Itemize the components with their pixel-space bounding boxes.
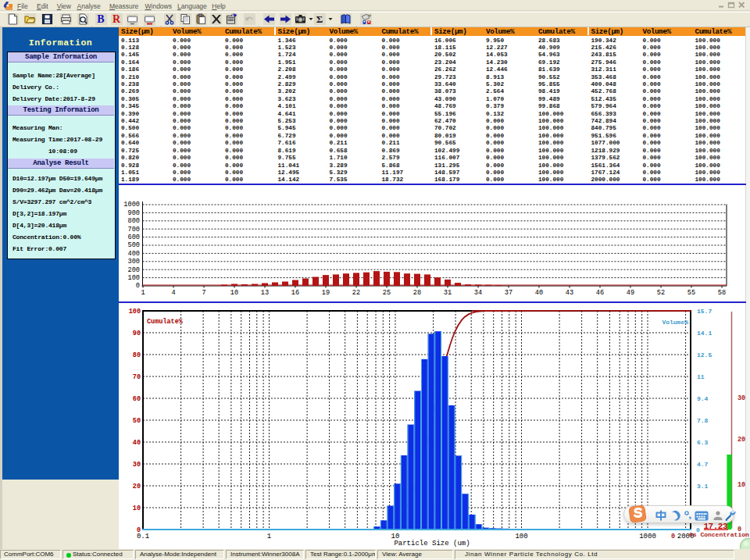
svg-text:10: 10: [230, 289, 238, 297]
svg-text:1000: 1000: [123, 201, 140, 209]
svg-text:800: 800: [128, 217, 140, 225]
svg-text:20: 20: [133, 483, 141, 490]
svg-text:60: 60: [133, 395, 141, 403]
svg-text:R: R: [112, 13, 121, 25]
svg-text:4.7: 4.7: [697, 461, 709, 468]
svg-text:0: 0: [671, 533, 675, 540]
svg-text:1000: 1000: [639, 533, 656, 540]
svg-text:10: 10: [133, 505, 141, 512]
svg-text:37: 37: [505, 289, 512, 297]
svg-text:9.4: 9.4: [697, 395, 709, 402]
svg-text:900: 900: [128, 209, 140, 217]
svg-text:200: 200: [128, 266, 140, 274]
svg-text:100: 100: [129, 308, 141, 316]
svg-text:100: 100: [515, 533, 527, 540]
svg-text:10: 10: [738, 481, 745, 489]
svg-text:22: 22: [352, 289, 360, 297]
svg-text:Volume%: Volume%: [662, 319, 688, 326]
svg-text:34: 34: [474, 289, 482, 297]
svg-text:12.5: 12.5: [697, 351, 712, 358]
svg-text:Σ: Σ: [316, 13, 323, 25]
svg-text:6.3: 6.3: [697, 439, 709, 446]
svg-text:70: 70: [133, 373, 141, 381]
svg-text:43: 43: [566, 289, 573, 297]
svg-text:0.1: 0.1: [137, 533, 149, 540]
svg-text:13: 13: [261, 289, 269, 297]
svg-text:400: 400: [128, 250, 140, 258]
svg-text:7.8: 7.8: [697, 417, 709, 424]
svg-text:3.1: 3.1: [697, 483, 709, 490]
svg-text:1: 1: [267, 533, 271, 540]
svg-text:4: 4: [171, 289, 175, 297]
svg-text:100: 100: [128, 274, 140, 282]
svg-text:B: B: [97, 13, 104, 25]
svg-text:90: 90: [133, 330, 141, 337]
svg-text:50: 50: [133, 417, 141, 425]
svg-text:20: 20: [738, 436, 745, 444]
svg-text:80: 80: [133, 351, 141, 359]
svg-text:300: 300: [128, 258, 140, 266]
svg-text:55: 55: [688, 289, 695, 297]
svg-text:30: 30: [738, 394, 745, 402]
svg-text:25: 25: [383, 289, 391, 297]
svg-text:0: 0: [136, 282, 140, 290]
svg-text:15.7: 15.7: [697, 308, 712, 315]
svg-text:58: 58: [718, 289, 726, 297]
svg-text:11: 11: [697, 373, 705, 380]
svg-text:600: 600: [128, 234, 140, 241]
svg-text:Cumulate%: Cumulate%: [147, 318, 184, 326]
svg-text:52: 52: [657, 289, 665, 297]
svg-text:30: 30: [133, 461, 141, 469]
svg-text:46: 46: [596, 289, 604, 297]
svg-text:40: 40: [133, 439, 141, 447]
svg-text:49: 49: [627, 289, 634, 297]
svg-text:31: 31: [444, 289, 452, 297]
svg-text:1: 1: [141, 289, 145, 297]
svg-text:16: 16: [291, 289, 299, 297]
svg-text:7: 7: [202, 289, 205, 297]
svg-text:500: 500: [128, 241, 140, 249]
svg-text:700: 700: [128, 226, 140, 234]
svg-text:28: 28: [413, 289, 421, 297]
svg-text:19: 19: [322, 289, 330, 297]
svg-text:14.1: 14.1: [697, 330, 712, 337]
svg-text:Particle Size (um): Particle Size (um): [394, 540, 470, 548]
svg-text:40: 40: [535, 289, 543, 297]
